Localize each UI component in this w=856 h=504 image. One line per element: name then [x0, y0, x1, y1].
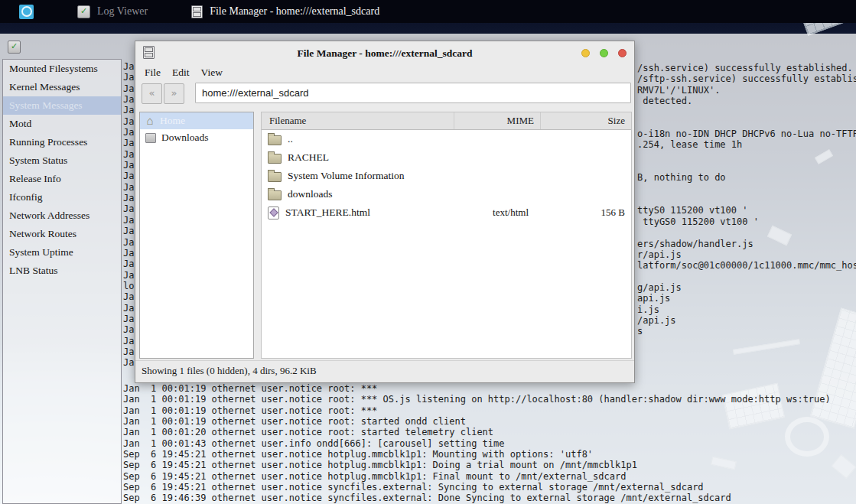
- file-list-header: FilenameMIMESize: [262, 112, 631, 130]
- sidebar-item-network-addresses[interactable]: Network Addresses: [3, 206, 121, 225]
- folder-icon: [268, 172, 282, 182]
- file-name: downloads: [288, 188, 333, 200]
- sidebar-item-ifconfig[interactable]: Ifconfig: [3, 188, 121, 206]
- sidebar-item-network-routes[interactable]: Network Routes: [3, 225, 121, 243]
- file-name-cell: RACHEL: [262, 151, 442, 164]
- close-button[interactable]: [618, 49, 627, 57]
- folder-icon: [268, 135, 282, 145]
- log-viewer-sidebar: Mounted FilesystemsKernel MessagesSystem…: [2, 59, 122, 504]
- taskbar-item[interactable]: File Manager - home:///external_sdcard: [191, 5, 379, 18]
- system-menu-button[interactable]: [19, 5, 34, 19]
- file-name-cell: START_HERE.html: [262, 206, 442, 219]
- minimize-button[interactable]: [581, 49, 590, 57]
- file-name: START_HERE.html: [285, 206, 370, 219]
- sidebar-item-system-status[interactable]: System Status: [3, 151, 121, 170]
- menu-view[interactable]: View: [201, 67, 223, 79]
- log-viewer-icon: ✓: [8, 41, 21, 54]
- column-header-filename[interactable]: Filename: [262, 112, 454, 129]
- file-mime: text/html: [442, 206, 535, 219]
- forward-button[interactable]: »: [164, 83, 184, 104]
- window-title: File Manager - home:///external_sdcard: [135, 47, 634, 60]
- file-manager-icon: [191, 5, 203, 18]
- file-name: System Volume Information: [288, 170, 405, 182]
- menubar: FileEditView: [135, 64, 634, 81]
- sidebar-item-home[interactable]: ⌂Home: [140, 112, 253, 129]
- table-row[interactable]: System Volume Information: [262, 167, 631, 185]
- taskbar-item-label: File Manager - home:///external_sdcard: [210, 5, 379, 18]
- file-list: FilenameMIMESize ..RACHELSystem Volume I…: [261, 112, 632, 359]
- file-manager-sidebar: ⌂HomeDownloads: [139, 112, 254, 359]
- home-icon: ⌂: [144, 115, 156, 126]
- file-manager-titlebar[interactable]: File Manager - home:///external_sdcard: [135, 41, 634, 64]
- menu-edit[interactable]: Edit: [172, 67, 190, 79]
- sidebar-item-lnb-status[interactable]: LNB Status: [3, 262, 121, 280]
- log-right-fragments: /ssh.service) successfully established. …: [637, 63, 856, 337]
- log-left-fragments: Ja Ja Ja Ja Ja Ja Ja Ja Ja Ja Ja Ja Ja J…: [123, 61, 134, 369]
- column-header-mime[interactable]: MIME: [454, 112, 541, 129]
- sidebar-item-kernel-messages[interactable]: Kernel Messages: [3, 78, 121, 96]
- taskbar: ✓Log ViewerFile Manager - home:///extern…: [0, 0, 856, 23]
- status-bar: Showing 1 files (0 hidden), 4 dirs, 96.2…: [135, 360, 634, 382]
- sidebar-item-mounted-filesystems[interactable]: Mounted Filesystems: [3, 60, 121, 78]
- sidebar-item-downloads[interactable]: Downloads: [140, 129, 253, 146]
- html-file-icon: [268, 206, 279, 219]
- sidebar-item-label: Downloads: [161, 132, 209, 144]
- file-name-cell: System Volume Information: [262, 170, 442, 182]
- file-name: RACHEL: [288, 151, 329, 164]
- maximize-button[interactable]: [600, 49, 608, 57]
- log-bottom-lines: Jan 1 00:01:19 othernet user.notice root…: [123, 383, 831, 504]
- log-viewer-icon: ✓: [77, 5, 90, 18]
- file-name: ..: [288, 133, 293, 145]
- sidebar-item-label: Home: [160, 115, 185, 127]
- sidebar-item-system-uptime[interactable]: System Uptime: [3, 243, 121, 262]
- table-row[interactable]: RACHEL: [262, 148, 631, 167]
- toolbar: « »: [135, 81, 634, 112]
- table-row[interactable]: START_HERE.htmltext/html156 B: [262, 203, 631, 222]
- sidebar-item-system-messages[interactable]: System Messages: [3, 96, 121, 115]
- file-size: 156 B: [535, 206, 631, 219]
- file-name-cell: ..: [262, 133, 442, 145]
- folder-icon: [268, 154, 282, 164]
- file-name-cell: downloads: [262, 188, 442, 200]
- table-row[interactable]: downloads: [262, 185, 631, 203]
- sidebar-item-running-processes[interactable]: Running Processes: [3, 133, 121, 151]
- downloads-icon: [145, 133, 156, 143]
- address-input[interactable]: [195, 83, 631, 103]
- folder-icon: [268, 190, 282, 200]
- osjs-logo-icon: [21, 6, 32, 17]
- sidebar-item-motd[interactable]: Motd: [3, 115, 121, 133]
- file-manager-window: File Manager - home:///external_sdcard F…: [135, 41, 635, 383]
- sidebar-item-release-info[interactable]: Release Info: [3, 170, 121, 188]
- taskbar-item-label: Log Viewer: [97, 5, 148, 18]
- table-row[interactable]: ..: [262, 130, 631, 148]
- column-header-size[interactable]: Size: [541, 112, 631, 129]
- taskbar-item[interactable]: ✓Log Viewer: [77, 5, 148, 18]
- menu-file[interactable]: File: [145, 67, 161, 79]
- back-button[interactable]: «: [142, 83, 162, 104]
